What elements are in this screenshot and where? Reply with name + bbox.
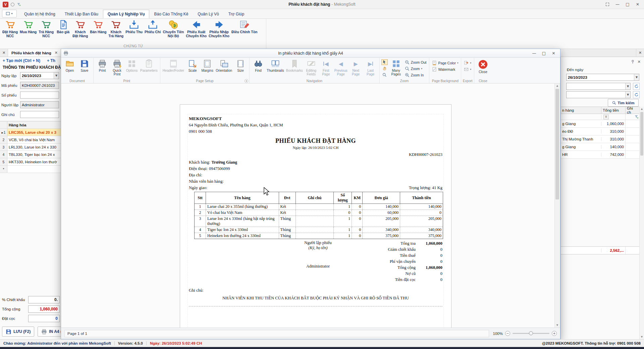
zoom-slider[interactable] — [513, 333, 549, 334]
close-preview-button[interactable]: Close — [476, 59, 490, 74]
create-new-link[interactable]: + Tạo mới (Ctrl + N) — [3, 58, 40, 63]
order-row[interactable]: èo ĐĐ310,000 — [561, 128, 639, 135]
tab-tro-giup[interactable]: Trợ Giúp — [224, 10, 249, 18]
filter-combo-2[interactable]: ▼ — [566, 91, 631, 98]
thumbnails-button[interactable]: Thumbnails — [266, 59, 285, 72]
equals-operator[interactable]: = — [603, 115, 609, 119]
khach-tra-hang-button[interactable]: Khách Trả Hàng — [107, 19, 124, 43]
so-phieu-input[interactable] — [22, 92, 57, 98]
khach-dat-hang-button[interactable]: Khách Đặt Hàng — [71, 19, 89, 43]
margins-button[interactable]: Margins — [200, 59, 215, 72]
preview-surface[interactable]: MEKONGSOFT 64 Nguyễn Đình Chiểu, Phường … — [61, 83, 560, 328]
quick-access-icon[interactable] — [11, 3, 14, 6]
minimize-icon[interactable]: — — [529, 50, 539, 57]
filter-combo-1[interactable]: ▼ — [566, 83, 631, 90]
preview-scrollbar[interactable]: ▲ ▼ — [554, 83, 560, 328]
zoom-out-button[interactable]: Zoom Out — [404, 59, 428, 65]
close-icon[interactable]: ✕ — [549, 50, 558, 57]
fullscreen-icon[interactable] — [602, 1, 612, 8]
phieu-thu-button[interactable]: Phiếu Thu — [124, 19, 144, 43]
scroll-down-icon[interactable]: ▼ — [640, 336, 644, 338]
order-row[interactable]: Thị Mường Thanh310,000 — [561, 135, 639, 143]
close-icon[interactable]: ✕ — [633, 1, 643, 8]
tab-quan-ly-nghiep-vu[interactable]: Quản Lý Nghiệp Vụ — [103, 10, 150, 18]
magnifier-tool[interactable] — [381, 72, 388, 78]
ghi-chu-input[interactable] — [22, 111, 57, 118]
chevron-down-icon[interactable]: ▼ — [625, 83, 630, 90]
chevron-down-icon[interactable]: ▼ — [54, 72, 59, 79]
phieu-chi-button[interactable]: Phiếu Chi — [144, 19, 162, 43]
minimize-icon[interactable]: — — [612, 1, 623, 8]
refresh-button[interactable] — [633, 83, 640, 90]
scroll-down-icon[interactable]: ▼ — [555, 324, 560, 327]
tab-bao-cao-thong-ke[interactable]: Báo Cáo Thống Kê — [149, 10, 193, 18]
maximize-icon[interactable]: □ — [623, 1, 633, 8]
dat-coc-field[interactable]: 0 — [28, 315, 60, 322]
zoom-button[interactable]: Zoom▾ — [404, 66, 428, 72]
dat-hang-ncc-button[interactable]: Đặt Hàng NCC — [1, 19, 19, 43]
so-phieu-field[interactable] — [20, 92, 59, 99]
ngay-lap-field[interactable]: 26/10/2023▼ — [20, 72, 59, 79]
find-button[interactable]: Find — [251, 59, 266, 72]
order-row[interactable]: HR742,000 — [561, 151, 639, 159]
tab-quan-ly-vo[interactable]: Quản Lý Vỏ — [193, 10, 223, 18]
chiet-khau-field[interactable]: 0. — [28, 296, 60, 303]
quick-print-button[interactable]: Quick Print — [110, 59, 124, 76]
scale-button[interactable]: Scale — [185, 59, 200, 72]
scrollbar[interactable]: ▲ ▼ — [639, 107, 644, 339]
dialog-titlebar[interactable]: In phiếu khách đặt hàng khổ giấy A4 — □ … — [61, 49, 560, 58]
orders-grid-filter-row[interactable]: = — [561, 114, 639, 120]
chevron-down-icon[interactable]: ▼ — [625, 92, 630, 98]
den-ngay-field[interactable]: 26/10/2023▼ — [566, 74, 639, 81]
version-text: Version: 4.5.0 — [118, 341, 143, 345]
save-button[interactable]: LƯU (F2) — [2, 327, 34, 337]
maximize-icon[interactable]: □ — [539, 50, 549, 57]
scrollbar-thumb[interactable] — [640, 112, 643, 156]
phieu-xuat-chuyen-kho-button[interactable]: Phiếu Xuất Chuyển Kho — [185, 19, 208, 43]
order-row[interactable]: g Giang140,000 — [561, 143, 639, 151]
tab-quan-tri-he-thong[interactable]: Quản trị hệ thống — [19, 10, 60, 18]
filter-icon[interactable] — [634, 115, 639, 119]
close-tab-icon[interactable]: ✕ — [0, 49, 8, 57]
customize-toolbar-icon[interactable] — [17, 2, 21, 6]
bao-gia-button[interactable]: Báo giá — [55, 19, 71, 43]
open-button[interactable]: Open — [62, 59, 77, 72]
save-button[interactable]: Save — [77, 59, 92, 72]
scroll-up-icon[interactable]: ▲ — [640, 108, 644, 110]
hand-tool[interactable] — [381, 66, 388, 71]
close-tab-icon[interactable]: ✕ — [55, 51, 58, 55]
scrollbar-thumb[interactable] — [555, 89, 559, 199]
phieu-nhap-chuyen-kho-button[interactable]: Phiếu Nhập Chuyển Kho — [208, 19, 230, 43]
tab-phieu-khach-dat-hang[interactable]: Phiếu khách đặt hàng✕ — [8, 49, 61, 57]
orientation-button[interactable]: Orientation — [215, 59, 233, 72]
watermark-button[interactable]: Watermark — [431, 66, 460, 72]
chuyen-tien-noi-bo-button[interactable]: Chuyển Tiền Nội Bộ — [162, 19, 185, 43]
size-button[interactable]: Size — [233, 59, 248, 72]
secondary-link[interactable]: + Th — [47, 58, 55, 63]
zoom-in-icon[interactable]: + — [552, 331, 557, 336]
order-row[interactable]: g Giang1,060,000 — [561, 120, 639, 128]
page-color-button[interactable]: Page Color▾ — [431, 60, 460, 66]
search-button[interactable]: Tìm kiếm — [608, 99, 639, 107]
zoom-in-button[interactable]: Zoom In — [404, 72, 428, 78]
close-panel-icon[interactable]: ✕ — [638, 60, 641, 64]
zoom-slider-thumb[interactable] — [529, 331, 533, 335]
chevron-down-icon[interactable]: ▼ — [634, 74, 639, 80]
mouse-pointer-tool[interactable] — [381, 59, 388, 65]
scroll-up-icon[interactable]: ▲ — [555, 84, 560, 87]
zoom-out-icon[interactable]: − — [505, 331, 510, 336]
app-menu-button[interactable]: ▾ — [2, 10, 17, 17]
print-button[interactable]: Print — [95, 59, 110, 72]
tra-hang-ncc-button[interactable]: Trả Hàng NCC — [38, 19, 55, 43]
export-document-button[interactable]: ▾ — [463, 60, 473, 66]
many-pages-button[interactable]: Many Pages — [389, 59, 404, 76]
ban-hang-button[interactable]: Bán Hàng — [89, 19, 107, 43]
tab-thiet-lap-ban-dau[interactable]: Thiết Lập Ban Đầu — [60, 10, 103, 18]
refresh-button[interactable] — [633, 91, 640, 98]
ghi-chu-field[interactable] — [20, 111, 59, 118]
send-email-button[interactable]: ▾ — [463, 66, 473, 72]
close-panel-icon[interactable]: ✕ — [636, 49, 644, 57]
dieu-chinh-ton-button[interactable]: Điều Chỉnh Tồn — [230, 19, 259, 43]
mua-hang-button[interactable]: Mua Hàng — [19, 19, 38, 43]
pin-icon[interactable] — [631, 60, 635, 64]
